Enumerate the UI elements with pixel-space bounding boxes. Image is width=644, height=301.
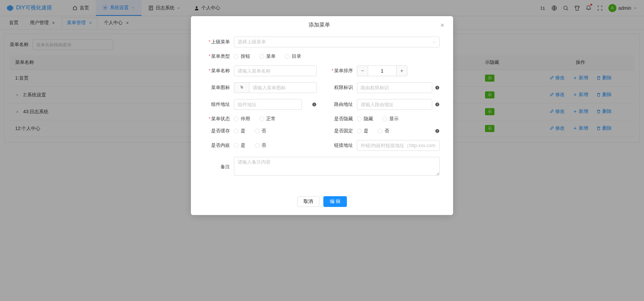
- radio-fixed-no[interactable]: 否: [378, 128, 389, 134]
- label-menu-name: 菜单名称: [211, 68, 230, 73]
- label-component-path: 组件地址: [211, 101, 230, 107]
- field-parent-menu: *上级菜单 选择上级菜单: [204, 37, 440, 47]
- radio-label: 是: [364, 128, 368, 134]
- label-route-path: 路由地址: [334, 101, 353, 107]
- close-icon[interactable]: [440, 23, 445, 28]
- input-menu-icon[interactable]: [249, 82, 317, 93]
- field-menu-icon: 菜单图标: [204, 82, 317, 93]
- label-menu-type: 菜单类型: [211, 53, 230, 59]
- info-icon[interactable]: !: [312, 102, 317, 107]
- modal-title: 添加菜单: [199, 22, 440, 29]
- radio-disabled[interactable]: 停用: [234, 116, 250, 122]
- radio-cache-yes[interactable]: 是: [234, 128, 245, 134]
- label-menu-icon: 菜单图标: [211, 85, 230, 90]
- field-is-fixed: 是否固定 是 否 !: [327, 128, 440, 134]
- radio-directory[interactable]: 目录: [285, 53, 301, 59]
- radio-label: 否: [261, 142, 266, 147]
- label-is-hidden: 是否隐藏: [334, 116, 353, 121]
- modal-overlay[interactable]: 添加菜单 *上级菜单 选择上级菜单 *菜单类型: [0, 0, 644, 147]
- radio-label: 目录: [292, 53, 301, 59]
- field-menu-name: *菜单名称: [204, 66, 317, 76]
- label-parent-menu: 上级菜单: [211, 39, 230, 44]
- radio-button[interactable]: 按钮: [234, 53, 250, 59]
- radio-label: 显示: [389, 116, 399, 122]
- radio-label: 否: [385, 128, 389, 134]
- radio-label: 隐藏: [364, 116, 373, 122]
- radio-embed-yes[interactable]: 是: [234, 142, 245, 147]
- svg-text:!: !: [437, 86, 438, 89]
- radio-label: 停用: [241, 116, 250, 122]
- input-sort-value[interactable]: [368, 66, 397, 76]
- field-permission: 权限标识 !: [327, 82, 440, 93]
- radio-cache-no[interactable]: 否: [255, 128, 266, 134]
- label-link-url: 链接地址: [334, 142, 353, 147]
- field-component-path: 组件地址 !: [204, 99, 317, 110]
- radio-label: 正常: [266, 116, 276, 122]
- radio-label: 否: [261, 128, 266, 134]
- chevron-down-icon: [432, 40, 436, 44]
- info-icon[interactable]: !: [435, 129, 440, 133]
- field-is-hidden: 是否隐藏 隐藏 显示: [327, 116, 440, 122]
- input-link-url[interactable]: [357, 140, 440, 147]
- modal: 添加菜单 *上级菜单 选择上级菜单 *菜单类型: [191, 16, 453, 147]
- modal-body: *上级菜单 选择上级菜单 *菜单类型 按钮 菜单: [191, 34, 453, 147]
- label-is-cache: 是否缓存: [211, 128, 230, 133]
- field-is-cache: 是否缓存 是 否: [204, 128, 317, 134]
- field-menu-type: *菜单类型 按钮 菜单 目录: [204, 53, 440, 59]
- svg-text:!: !: [314, 103, 315, 106]
- icon-picker-button[interactable]: [234, 82, 249, 93]
- input-component-path[interactable]: [234, 99, 302, 110]
- info-icon[interactable]: !: [435, 85, 440, 90]
- label-is-embed: 是否内嵌: [211, 142, 230, 147]
- radio-label: 菜单: [266, 53, 276, 59]
- field-is-embed: 是否内嵌 是 否: [204, 142, 317, 147]
- input-permission[interactable]: [357, 82, 432, 93]
- svg-text:!: !: [437, 103, 438, 106]
- label-is-fixed: 是否固定: [334, 128, 353, 133]
- select-parent-menu[interactable]: 选择上级菜单: [234, 37, 440, 47]
- increment-button[interactable]: +: [397, 66, 407, 76]
- radio-show[interactable]: 显示: [383, 116, 399, 122]
- svg-text:!: !: [437, 130, 438, 133]
- radio-fixed-yes[interactable]: 是: [357, 128, 368, 134]
- radio-hidden[interactable]: 隐藏: [357, 116, 373, 122]
- decrement-button[interactable]: −: [357, 66, 368, 76]
- select-placeholder: 选择上级菜单: [238, 39, 266, 45]
- radio-label: 按钮: [241, 53, 250, 59]
- pointer-icon: [239, 85, 244, 90]
- radio-label: 是: [241, 142, 245, 147]
- radio-label: 是: [241, 128, 245, 134]
- radio-group-menu-type: 按钮 菜单 目录: [234, 53, 440, 59]
- input-menu-name[interactable]: [234, 66, 317, 76]
- field-link-url: 链接地址: [327, 140, 440, 147]
- label-menu-status: 菜单状态: [211, 116, 230, 121]
- field-route-path: 路由地址 !: [327, 99, 440, 110]
- number-input-sort: − +: [357, 66, 407, 76]
- radio-menu[interactable]: 菜单: [259, 53, 276, 59]
- info-icon[interactable]: !: [435, 102, 440, 107]
- modal-header: 添加菜单: [191, 16, 453, 34]
- field-menu-status: *菜单状态 停用 正常: [204, 116, 317, 122]
- label-permission: 权限标识: [334, 85, 353, 90]
- field-menu-sort: *菜单排序 − +: [327, 66, 440, 76]
- input-route-path[interactable]: [357, 99, 432, 110]
- radio-normal[interactable]: 正常: [259, 116, 276, 122]
- label-menu-sort: 菜单排序: [334, 68, 353, 73]
- radio-embed-no[interactable]: 否: [255, 142, 266, 147]
